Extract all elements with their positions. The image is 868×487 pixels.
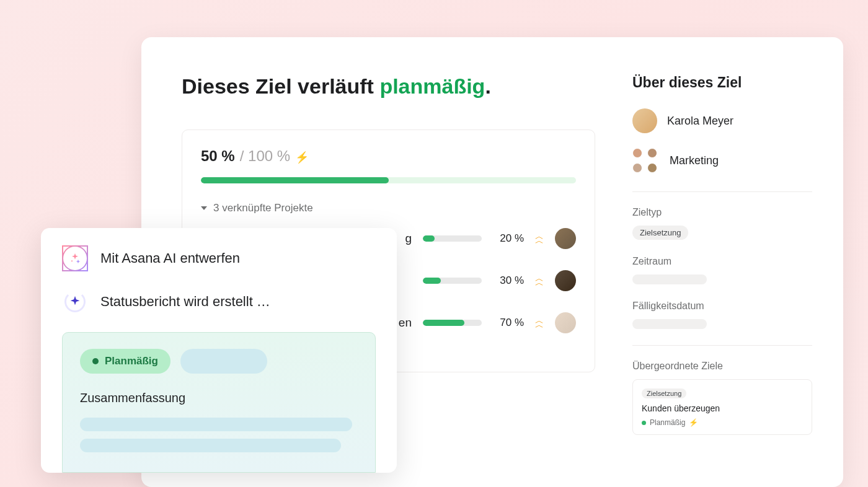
- trend-up-icon: ︿︿: [535, 276, 544, 285]
- status-dot-icon: [642, 421, 646, 425]
- summary-line-placeholder: [80, 439, 341, 452]
- assignee-avatar[interactable]: [555, 312, 576, 333]
- ai-generating-text: Statusbericht wird erstellt …: [100, 294, 270, 310]
- headline-status: planmäßig: [379, 74, 485, 98]
- parent-goal-status: Planmäßig ⚡: [642, 418, 803, 427]
- project-percent: 30 %: [493, 274, 524, 287]
- assignee-avatar[interactable]: [555, 228, 576, 249]
- team-name: Marketing: [670, 154, 719, 167]
- due-value-placeholder[interactable]: [632, 319, 707, 329]
- lightning-icon: ⚡: [295, 151, 309, 164]
- period-field: Zeitraum: [632, 256, 812, 284]
- caret-down-icon: [201, 206, 207, 210]
- on-track-chip-label: Planmäßig: [105, 355, 158, 367]
- parent-goal-type-pill: Zielsetzung: [642, 388, 686, 398]
- period-value-placeholder[interactable]: [632, 274, 707, 284]
- parent-goal-title: Kunden überzeugen: [642, 403, 803, 413]
- progress-values: 50 % / 100 % ⚡: [201, 147, 576, 165]
- on-track-chip[interactable]: Planmäßig: [80, 349, 170, 374]
- summary-line-placeholder: [80, 418, 352, 431]
- project-progress-bar: [423, 235, 482, 242]
- lightning-icon: ⚡: [689, 418, 698, 427]
- parent-goal-card[interactable]: Zielsetzung Kunden überzeugen Planmäßig …: [632, 379, 812, 435]
- status-dot-icon: [92, 358, 99, 364]
- status-chip-placeholder[interactable]: [180, 349, 267, 374]
- goal-sidebar: Über dieses Ziel Karola Meyer Marketing …: [632, 74, 812, 487]
- goal-type-field: Zieltyp Zielsetzung: [632, 207, 812, 240]
- ai-generating-row: Statusbericht wird erstellt …: [62, 289, 376, 315]
- assignee-avatar[interactable]: [555, 270, 576, 291]
- project-progress-bar: [423, 320, 482, 326]
- project-progress-bar: [423, 278, 482, 284]
- owner-name: Karola Meyer: [667, 115, 733, 128]
- field-label: Zeitraum: [632, 256, 812, 267]
- ai-draft-title: Mit Asana AI entwerfen: [100, 250, 240, 266]
- headline-suffix: .: [485, 74, 490, 98]
- trend-up-icon: ︿︿: [535, 234, 544, 243]
- ai-loading-icon: [62, 289, 88, 315]
- goal-owner-row[interactable]: Karola Meyer: [632, 108, 812, 133]
- ai-sparkle-icon: [62, 245, 88, 271]
- divider: [632, 345, 812, 346]
- team-avatar-cluster: [632, 148, 657, 173]
- ai-draft-header[interactable]: Mit Asana AI entwerfen: [62, 245, 376, 271]
- ai-status-chips: Planmäßig: [80, 349, 358, 374]
- parent-goals-label: Übergeordnete Ziele: [632, 361, 812, 372]
- field-label: Fälligkeitsdatum: [632, 301, 812, 312]
- progress-bar: [201, 177, 576, 183]
- project-percent: 20 %: [493, 232, 524, 245]
- progress-bar-fill: [201, 177, 389, 183]
- field-label: Zieltyp: [632, 207, 812, 218]
- svg-point-0: [71, 260, 73, 261]
- goal-type-pill[interactable]: Zielsetzung: [632, 226, 688, 240]
- headline-prefix: Dieses Ziel verläuft: [182, 74, 379, 98]
- goal-team-row[interactable]: Marketing: [632, 148, 812, 173]
- ai-draft-card: Mit Asana AI entwerfen Statusbericht wir…: [41, 228, 397, 473]
- ai-generated-content: Planmäßig Zusammenfassung: [62, 332, 376, 473]
- progress-total: / 100 %: [240, 147, 290, 165]
- due-date-field: Fälligkeitsdatum: [632, 301, 812, 329]
- linked-projects-toggle[interactable]: 3 verknüpfte Projekte: [201, 202, 576, 214]
- sidebar-title: Über dieses Ziel: [632, 74, 812, 91]
- goal-headline: Dieses Ziel verläuft planmäßig.: [182, 74, 595, 99]
- trend-up-icon: ︿︿: [535, 318, 544, 327]
- owner-avatar: [632, 108, 657, 133]
- progress-current: 50 %: [201, 147, 235, 165]
- divider: [632, 191, 812, 192]
- linked-projects-label: 3 verknüpfte Projekte: [213, 202, 313, 214]
- summary-title: Zusammenfassung: [80, 391, 358, 405]
- project-percent: 70 %: [493, 317, 524, 329]
- parent-goal-status-text: Planmäßig: [650, 418, 685, 427]
